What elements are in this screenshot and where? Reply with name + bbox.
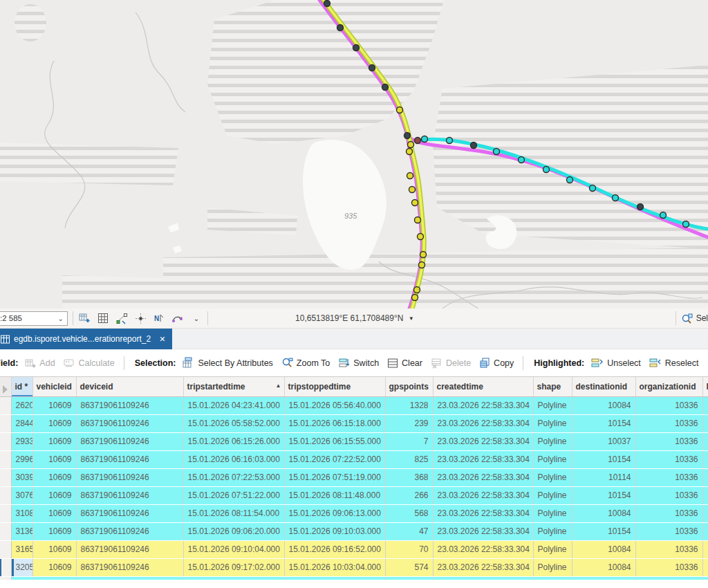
cell-extra[interactable] — [702, 432, 708, 450]
row-selector[interactable] — [0, 432, 11, 450]
cell-shape[interactable]: Polyline — [533, 540, 572, 558]
cell-vehicleid[interactable]: 10609 — [32, 432, 76, 450]
cell-createdtime[interactable]: 23.03.2026 22:58:33.304 — [433, 558, 533, 576]
table-row[interactable]: 31081060986371906110924615.01.2026 08:11… — [0, 504, 708, 522]
cell-id[interactable]: 3108 — [11, 504, 32, 522]
cell-id[interactable]: 3205 — [11, 558, 32, 576]
close-icon[interactable]: ✕ — [159, 335, 165, 344]
column-header-createdtime[interactable]: createdtime — [433, 377, 533, 396]
table-row[interactable]: 29961060986371906110924615.01.2026 06:16… — [0, 450, 708, 468]
cell-shape[interactable]: Polyline — [533, 468, 572, 486]
delete-selected-button[interactable]: Delete — [431, 358, 471, 369]
cell-tripstartedtime[interactable]: 15.01.2026 06:15:26.000 — [183, 432, 284, 450]
cell-createdtime[interactable]: 23.03.2026 22:58:33.304 — [433, 396, 533, 414]
cell-shape[interactable]: Polyline — [533, 522, 572, 540]
cell-organizationid[interactable]: 10336 — [635, 558, 702, 576]
cell-extra[interactable] — [702, 450, 708, 468]
copy-button[interactable]: Copy — [479, 357, 514, 369]
edit-vertices-tool-button[interactable] — [115, 312, 128, 324]
column-header-id[interactable]: id * — [11, 377, 32, 396]
row-selector[interactable] — [0, 414, 11, 432]
reselect-highlighted-button[interactable]: Reselect — [649, 358, 699, 369]
cell-gpspoints[interactable]: 47 — [385, 522, 433, 540]
cell-destinationid[interactable]: 10037 — [572, 432, 635, 450]
table-row-partial[interactable] — [0, 576, 708, 580]
cell-createdtime[interactable]: 23.03.2026 22:58:33.304 — [433, 450, 533, 468]
cell-destinationid[interactable]: 10114 — [572, 468, 635, 486]
cell-organizationid[interactable]: 10336 — [635, 522, 702, 540]
column-header-tripstoppedtime[interactable]: tripstoppedtime — [284, 377, 385, 396]
cell-tripstartedtime[interactable]: 15.01.2026 09:10:04.000 — [183, 540, 284, 558]
cell-tripstartedtime[interactable]: 15.01.2026 07:51:22.000 — [183, 486, 284, 504]
cell-tripstartedtime[interactable]: 15.01.2026 09:17:02.000 — [183, 558, 284, 576]
calculate-field-button[interactable]: Calculate — [64, 358, 115, 369]
cell-id[interactable]: 3076 — [11, 486, 32, 504]
cell-organizationid[interactable]: 10336 — [635, 486, 702, 504]
select-by-attributes-button[interactable]: Select By Attributes — [183, 357, 272, 369]
table-row[interactable]: 32051060986371906110924615.01.2026 09:17… — [0, 558, 708, 576]
snap-midpoint-tool-button[interactable] — [134, 312, 147, 324]
more-tools-chevron-icon[interactable]: ⌄ — [190, 312, 203, 324]
cell-gpspoints[interactable]: 70 — [385, 540, 433, 558]
cell-destinationid[interactable]: 10084 — [572, 540, 635, 558]
cell-deviceid[interactable]: 863719061109246 — [76, 432, 183, 450]
column-header-gpspoints[interactable]: gpspoints — [385, 377, 433, 396]
map-canvas[interactable]: 935 — [0, 0, 708, 309]
add-attributes-tool-button[interactable] — [78, 312, 91, 324]
cell-deviceid[interactable]: 863719061109246 — [76, 540, 183, 558]
cell-tripstoppedtime[interactable]: 15.01.2026 08:11:48.000 — [284, 486, 385, 504]
cell-organizationid[interactable]: 10336 — [635, 432, 702, 450]
table-row[interactable]: 29331060986371906110924615.01.2026 06:15… — [0, 432, 708, 450]
unselect-highlighted-button[interactable]: Unselect — [591, 358, 641, 369]
add-field-button[interactable]: Add — [25, 358, 55, 369]
selection-zoom-icon[interactable] — [681, 313, 693, 324]
cell-createdtime[interactable]: 23.03.2026 22:58:33.304 — [433, 414, 533, 432]
table-row[interactable]: 30761060986371906110924615.01.2026 07:51… — [0, 486, 708, 504]
cell-destinationid[interactable]: 10084 — [572, 396, 635, 414]
cell-organizationid[interactable]: 10336 — [635, 396, 702, 414]
cell-shape[interactable]: Polyline — [533, 432, 572, 450]
cell-shape[interactable]: Polyline — [533, 504, 572, 522]
cell-createdtime[interactable]: 23.03.2026 22:58:33.304 — [433, 486, 533, 504]
cell-organizationid[interactable]: 10336 — [635, 450, 702, 468]
cell-vehicleid[interactable]: 10609 — [32, 522, 76, 540]
cell-tripstartedtime[interactable]: 15.01.2026 06:16:03.000 — [183, 450, 284, 468]
cell-vehicleid[interactable]: 10609 — [32, 468, 76, 486]
cell-createdtime[interactable]: 23.03.2026 22:58:33.304 — [433, 522, 533, 540]
cell-deviceid[interactable]: 863719061109246 — [76, 450, 183, 468]
cell-tripstoppedtime[interactable]: 15.01.2026 07:22:52.000 — [284, 450, 385, 468]
cell-deviceid[interactable]: 863719061109246 — [76, 558, 183, 576]
row-selector[interactable] — [0, 396, 11, 414]
map-view[interactable]: 935 — [0, 0, 708, 309]
cell-extra[interactable] — [702, 486, 708, 504]
cell-destinationid[interactable]: 10154 — [572, 486, 635, 504]
cell-extra[interactable] — [702, 522, 708, 540]
cell-extra[interactable] — [702, 540, 708, 558]
cell-gpspoints[interactable]: 825 — [385, 450, 433, 468]
cell-destinationid[interactable]: 10084 — [572, 558, 635, 576]
cell-id[interactable]: 2996 — [11, 450, 32, 468]
cell-tripstoppedtime[interactable]: 15.01.2026 06:15:18.000 — [284, 414, 385, 432]
cell-organizationid[interactable]: 10336 — [635, 540, 702, 558]
cell-tripstoppedtime[interactable]: 15.01.2026 06:15:55.000 — [284, 432, 385, 450]
cell-destinationid[interactable]: 10154 — [572, 414, 635, 432]
cell-gpspoints[interactable]: 7 — [385, 432, 433, 450]
switch-selection-button[interactable]: Switch — [338, 357, 379, 369]
cell-extra[interactable] — [702, 558, 708, 576]
cell-organizationid[interactable]: 10336 — [635, 414, 702, 432]
cell-tripstartedtime[interactable]: 15.01.2026 07:22:53.000 — [183, 468, 284, 486]
cell-vehicleid[interactable]: 10609 — [32, 540, 76, 558]
cell-createdtime[interactable]: 23.03.2026 22:58:33.304 — [433, 432, 533, 450]
cell-tripstartedtime[interactable]: 15.01.2026 09:06:20.000 — [183, 522, 284, 540]
column-header-extra[interactable]: l — [702, 377, 708, 396]
cell-tripstartedtime[interactable]: 15.01.2026 04:23:41.000 — [183, 396, 284, 414]
cell-createdtime[interactable]: 23.03.2026 22:58:33.304 — [433, 468, 533, 486]
cell-createdtime[interactable]: 23.03.2026 22:58:33.304 — [433, 504, 533, 522]
cell-destinationid[interactable]: 10154 — [572, 450, 635, 468]
cell-id[interactable]: 2933 — [11, 432, 32, 450]
cell-vehicleid[interactable]: 10609 — [32, 396, 76, 414]
cell-tripstoppedtime[interactable]: 15.01.2026 05:56:40.000 — [284, 396, 385, 414]
cell-shape[interactable]: Polyline — [533, 558, 572, 576]
cell-vehicleid[interactable]: 10609 — [32, 504, 76, 522]
cell-vehicleid[interactable]: 10609 — [32, 414, 76, 432]
